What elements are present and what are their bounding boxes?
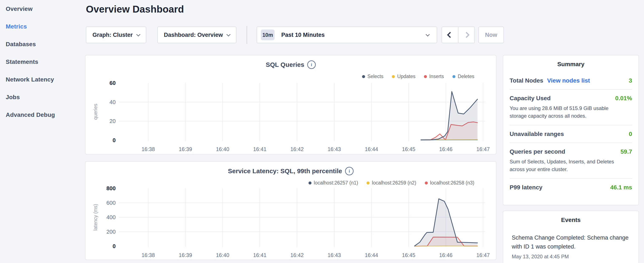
summary-row-line: P99 latency46.1 ms	[510, 184, 632, 191]
svg-text:latency (ms): latency (ms)	[93, 204, 98, 230]
summary-row-line: Total NodesView nodes list3	[510, 77, 632, 84]
svg-text:16:43: 16:43	[328, 252, 341, 258]
summary-row: Total NodesView nodes list3	[510, 72, 632, 89]
events-title: Events	[503, 217, 638, 223]
summary-row-subtext: Sum of Selects, Updates, Inserts, and De…	[510, 158, 626, 173]
summary-row-value: 3	[629, 77, 632, 84]
svg-text:60: 60	[110, 80, 116, 86]
chevron-left-icon	[447, 32, 453, 38]
chevron-down-icon	[227, 32, 230, 36]
summary-row: P99 latency46.1 ms	[510, 178, 632, 196]
sidebar-item-advanced-debug[interactable]: Advanced Debug	[0, 106, 85, 124]
svg-text:800: 800	[106, 185, 116, 191]
svg-text:16:39: 16:39	[179, 146, 192, 152]
events-list: Schema Change Completed: Schema change w…	[512, 233, 630, 259]
summary-row: Queries per second59.7Sum of Selects, Up…	[510, 143, 632, 178]
svg-text:16:41: 16:41	[253, 252, 266, 258]
time-range-dropdown[interactable]: 10m Past 10 Minutes	[256, 27, 437, 43]
dashboard-dropdown-label: Dashboard: Overview	[164, 32, 223, 38]
controls-divider	[247, 26, 247, 44]
summary-row-label: Total Nodes	[510, 77, 543, 84]
svg-text:16:45: 16:45	[402, 252, 416, 258]
svg-text:16:40: 16:40	[216, 146, 230, 152]
svg-text:16:38: 16:38	[142, 252, 155, 258]
time-range-badge: 10m	[261, 30, 274, 40]
sql-queries-chart-plot[interactable]: 16:3816:3916:4016:4116:4216:4316:4416:45…	[86, 55, 497, 155]
summary-row-label: P99 latency	[510, 184, 542, 191]
sidebar-item-jobs[interactable]: Jobs	[0, 88, 85, 106]
svg-text:16:40: 16:40	[216, 252, 230, 258]
summary-row: Unavailable ranges0	[510, 125, 632, 143]
event-item: Schema Change Completed: Schema change w…	[512, 233, 630, 259]
svg-text:16:39: 16:39	[179, 252, 192, 258]
svg-text:40: 40	[110, 99, 116, 105]
summary-row-value: 46.1 ms	[610, 184, 632, 191]
summary-row-subtext: You are using 28.6 MiB of 515.9 GiB usab…	[510, 105, 626, 120]
svg-text:16:43: 16:43	[328, 146, 341, 152]
svg-text:16:38: 16:38	[142, 146, 155, 152]
summary-row-value: 59.7	[620, 148, 632, 155]
time-range-label: Past 10 Minutes	[281, 32, 325, 38]
time-pager	[442, 27, 475, 43]
summary-row-line: Queries per second59.7	[510, 148, 632, 155]
summary-row-value: 0.01%	[615, 95, 632, 102]
svg-text:16:42: 16:42	[290, 252, 304, 258]
sql-queries-chart-card: SQL Queries i SelectsUpdatesInsertsDelet…	[85, 55, 496, 154]
sidebar-item-network-latency[interactable]: Network Latency	[0, 71, 85, 88]
page-title: Overview Dashboard	[86, 4, 184, 15]
event-timestamp: May 13, 2020 at 4:45 PM	[512, 254, 630, 259]
summary-row-label: Unavailable ranges	[510, 131, 564, 137]
svg-text:16:47: 16:47	[476, 146, 490, 152]
dashboard-dropdown[interactable]: Dashboard: Overview	[157, 27, 236, 43]
svg-text:16:46: 16:46	[439, 146, 453, 152]
service-latency-chart-card: Service Latency: SQL, 99th percentile i …	[85, 161, 496, 260]
graph-dropdown-label: Graph: Cluster	[92, 32, 133, 38]
events-panel: Events Schema Change Completed: Schema c…	[503, 211, 639, 263]
svg-text:16:45: 16:45	[402, 146, 416, 152]
sidebar-item-databases[interactable]: Databases	[0, 35, 85, 53]
graph-dropdown[interactable]: Graph: Cluster	[86, 27, 146, 43]
svg-text:queries: queries	[93, 104, 98, 120]
event-text: Schema Change Completed: Schema change w…	[512, 233, 630, 251]
summary-row-line: Capacity Used0.01%	[510, 95, 632, 102]
svg-text:16:44: 16:44	[365, 146, 378, 152]
now-button[interactable]: Now	[478, 27, 504, 43]
summary-row: Capacity Used0.01%You are using 28.6 MiB…	[510, 89, 632, 125]
summary-row-label: Queries per second	[510, 148, 565, 155]
summary-panel: Summary Total NodesView nodes list3Capac…	[503, 55, 639, 205]
svg-text:16:42: 16:42	[290, 146, 304, 152]
chevron-down-icon	[426, 32, 430, 36]
svg-text:16:41: 16:41	[253, 146, 266, 152]
summary-title: Summary	[503, 61, 638, 68]
summary-row-value: 0	[629, 131, 632, 137]
summary-rows: Total NodesView nodes list3Capacity Used…	[510, 72, 632, 196]
svg-text:0: 0	[113, 137, 116, 143]
time-forward-button[interactable]	[458, 27, 474, 43]
svg-text:0: 0	[113, 243, 116, 249]
sidebar-item-metrics[interactable]: Metrics	[0, 18, 85, 35]
service-latency-chart-plot[interactable]: 16:3816:3916:4016:4116:4216:4316:4416:45…	[86, 162, 497, 260]
sidebar-nav: OverviewMetricsDatabasesStatementsNetwor…	[0, 0, 85, 124]
chevron-right-icon	[463, 32, 469, 38]
svg-text:200: 200	[106, 228, 116, 235]
time-back-button[interactable]	[442, 27, 458, 43]
summary-row-line: Unavailable ranges0	[510, 131, 632, 137]
svg-text:16:44: 16:44	[365, 252, 378, 258]
sidebar-item-overview[interactable]: Overview	[0, 0, 85, 18]
svg-text:16:47: 16:47	[476, 252, 490, 258]
svg-text:16:46: 16:46	[439, 252, 453, 258]
svg-text:600: 600	[106, 200, 116, 206]
summary-row-label: Capacity Used	[510, 95, 551, 102]
svg-text:400: 400	[106, 214, 116, 220]
chevron-down-icon	[136, 32, 140, 36]
sidebar: OverviewMetricsDatabasesStatementsNetwor…	[0, 0, 85, 263]
sidebar-item-statements[interactable]: Statements	[0, 53, 85, 71]
overview-dashboard-page: { "page": { "title": "Overview Dashboard…	[0, 0, 644, 263]
svg-text:20: 20	[110, 118, 116, 124]
view-nodes-link[interactable]: View nodes list	[547, 77, 590, 84]
